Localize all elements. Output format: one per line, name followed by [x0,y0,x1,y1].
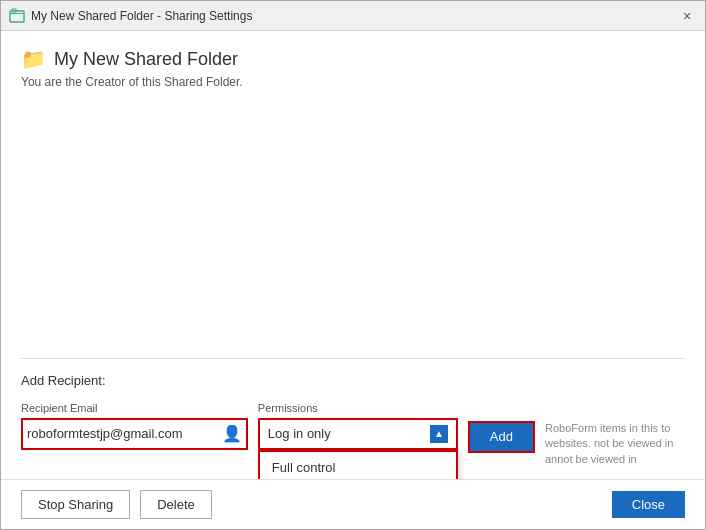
svg-rect-1 [10,13,24,14]
permissions-dropdown: Full control Read and write Log in only [258,450,458,479]
email-form-group: Recipient Email 👤 [21,402,248,450]
add-recipient-label: Add Recipient: [21,373,685,388]
permissions-label: Permissions [258,402,458,414]
add-person-icon[interactable]: 👤 [222,424,242,443]
bottom-bar: Stop Sharing Delete Close [1,479,705,529]
section-divider [21,358,685,359]
main-window: My New Shared Folder - Sharing Settings … [0,0,706,530]
folder-subtitle: You are the Creator of this Shared Folde… [21,75,685,89]
app-icon [9,8,25,24]
permissions-selected-text: Log in only [268,426,331,441]
folder-icon: 📁 [21,47,46,71]
info-panel: RoboForm items in this to websites. not … [545,421,685,467]
permissions-select[interactable]: Log in only ▲ [258,418,458,450]
option-full-control[interactable]: Full control [260,452,456,479]
stop-sharing-button[interactable]: Stop Sharing [21,490,130,519]
email-label: Recipient Email [21,402,248,414]
main-content: 📁 My New Shared Folder You are the Creat… [1,31,705,479]
bottom-left-buttons: Stop Sharing Delete [21,490,212,519]
svg-rect-0 [10,11,24,22]
email-input[interactable] [27,426,222,441]
dropdown-arrow-icon: ▲ [430,425,448,443]
email-input-wrapper: 👤 [21,418,248,450]
permissions-form-group: Permissions Log in only ▲ Full control R… [258,402,458,450]
delete-button[interactable]: Delete [140,490,212,519]
folder-title: My New Shared Folder [54,49,238,70]
title-bar: My New Shared Folder - Sharing Settings … [1,1,705,31]
form-row: Recipient Email 👤 Permissions Log in onl… [21,402,685,467]
window-title: My New Shared Folder - Sharing Settings [31,9,677,23]
add-button[interactable]: Add [468,421,535,453]
folder-header: 📁 My New Shared Folder [21,47,685,71]
permissions-container: Log in only ▲ Full control Read and writ… [258,418,458,450]
close-button[interactable]: Close [612,491,685,518]
close-window-button[interactable]: × [677,6,697,26]
